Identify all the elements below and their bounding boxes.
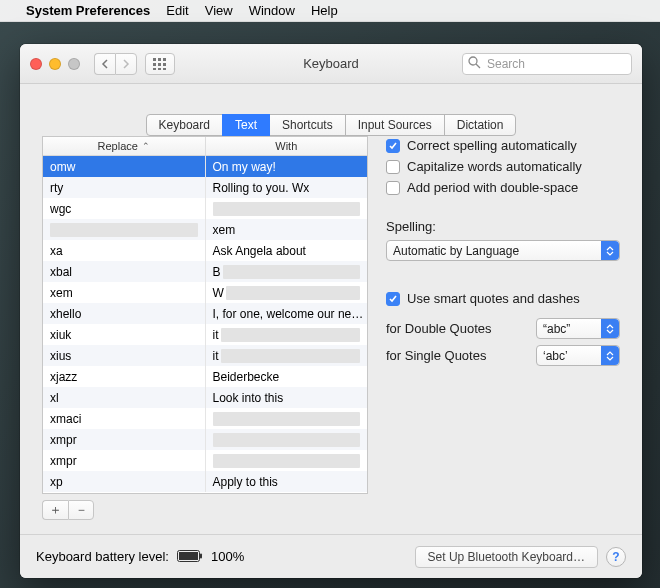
table-row[interactable]: xiukit <box>43 324 367 345</box>
cell-replace[interactable]: xmpr <box>43 450 206 471</box>
close-button[interactable] <box>30 58 42 70</box>
table-row[interactable]: xem <box>43 219 367 240</box>
menu-window[interactable]: Window <box>249 3 295 18</box>
titlebar: Keyboard <box>20 44 642 84</box>
label: Use smart quotes and dashes <box>407 291 580 306</box>
checkbox-correct-spelling[interactable]: Correct spelling automatically <box>386 138 620 153</box>
cell-with[interactable]: it <box>206 324 368 345</box>
table-row[interactable]: xbalB <box>43 261 367 282</box>
minimize-button[interactable] <box>49 58 61 70</box>
table-row[interactable]: xpApply to this <box>43 471 367 492</box>
tab-text[interactable]: Text <box>222 114 270 136</box>
table-row[interactable]: xiusit <box>43 345 367 366</box>
table-row[interactable]: xjazzBeiderbecke <box>43 366 367 387</box>
cell-replace[interactable]: xbal <box>43 261 206 282</box>
cell-with[interactable]: Rolling to you. Wx <box>206 177 368 198</box>
cell-replace[interactable]: xl <box>43 387 206 408</box>
remove-button[interactable]: － <box>68 500 94 520</box>
checkbox-add-period[interactable]: Add period with double-space <box>386 180 620 195</box>
cell-with[interactable] <box>206 198 368 219</box>
cell-replace[interactable]: rty <box>43 177 206 198</box>
cell-replace[interactable]: omw <box>43 156 206 177</box>
check-icon <box>386 139 400 153</box>
col-replace[interactable]: Replace⌃ <box>43 137 206 156</box>
cell-replace[interactable]: xiuk <box>43 324 206 345</box>
search-input[interactable] <box>462 53 632 75</box>
cell-replace[interactable]: wgc <box>43 198 206 219</box>
cell-with[interactable]: Look into this <box>206 387 368 408</box>
cell-with[interactable]: Ask Angela about <box>206 240 368 261</box>
cell-with[interactable] <box>206 408 368 429</box>
label: Capitalize words automatically <box>407 159 582 174</box>
menu-edit[interactable]: Edit <box>166 3 188 18</box>
tab-shortcuts[interactable]: Shortcuts <box>269 114 346 136</box>
cell-with[interactable]: Apply to this <box>206 471 368 492</box>
tab-keyboard[interactable]: Keyboard <box>146 114 223 136</box>
single-quotes-popup[interactable]: ‘abc’ <box>536 345 620 366</box>
add-button[interactable]: ＋ <box>42 500 68 520</box>
table-row[interactable]: xmpr <box>43 450 367 471</box>
cell-replace[interactable]: xmaci <box>43 408 206 429</box>
cell-with[interactable]: W <box>206 282 368 303</box>
cell-replace[interactable]: xhello <box>43 303 206 324</box>
table-row[interactable]: rtyRolling to you. Wx <box>43 177 367 198</box>
svg-rect-1 <box>158 58 161 61</box>
table-row[interactable]: omwOn my way! <box>43 156 367 177</box>
popup-arrows-icon <box>601 346 619 365</box>
cell-with[interactable]: xem <box>206 219 368 240</box>
bluetooth-keyboard-button[interactable]: Set Up Bluetooth Keyboard… <box>415 546 598 568</box>
table-row[interactable]: xmpr <box>43 429 367 450</box>
table-row[interactable]: xaAsk Angela about <box>43 240 367 261</box>
cell-replace[interactable]: xp <box>43 471 206 492</box>
cell-with[interactable]: Beiderbecke <box>206 366 368 387</box>
sort-indicator-icon: ⌃ <box>142 141 150 151</box>
cell-replace[interactable]: xjazz <box>43 366 206 387</box>
table-row[interactable]: xemW <box>43 282 367 303</box>
check-icon <box>386 181 400 195</box>
checkbox-capitalize[interactable]: Capitalize words automatically <box>386 159 620 174</box>
cell-with[interactable]: it <box>206 345 368 366</box>
cell-replace[interactable]: xa <box>43 240 206 261</box>
popup-value: Automatic by Language <box>393 244 519 258</box>
menubar: System Preferences Edit View Window Help <box>0 0 660 22</box>
cell-with[interactable] <box>206 450 368 471</box>
substitutions-table[interactable]: Replace⌃ With omwOn my way!rtyRolling to… <box>42 136 368 494</box>
window-controls <box>30 58 80 70</box>
cell-replace[interactable]: xius <box>43 345 206 366</box>
cell-with[interactable]: B <box>206 261 368 282</box>
spelling-popup[interactable]: Automatic by Language <box>386 240 620 261</box>
popup-arrows-icon <box>601 241 619 260</box>
cell-replace[interactable]: xmpr <box>43 429 206 450</box>
popup-arrows-icon <box>601 319 619 338</box>
check-icon <box>386 292 400 306</box>
table-row[interactable]: xmaci <box>43 408 367 429</box>
checkbox-smart-quotes[interactable]: Use smart quotes and dashes <box>386 291 620 306</box>
cell-with[interactable]: I, for one, welcome our ne… <box>206 303 368 324</box>
tab-dictation[interactable]: Dictation <box>444 114 517 136</box>
cell-replace[interactable] <box>43 219 206 240</box>
popup-value: ‘abc’ <box>543 349 568 363</box>
app-menu[interactable]: System Preferences <box>26 3 150 18</box>
svg-rect-0 <box>153 58 156 61</box>
tab-input-sources[interactable]: Input Sources <box>345 114 445 136</box>
menu-help[interactable]: Help <box>311 3 338 18</box>
menu-view[interactable]: View <box>205 3 233 18</box>
cell-with[interactable] <box>206 429 368 450</box>
double-quotes-label: for Double Quotes <box>386 321 528 336</box>
cell-with[interactable]: On my way! <box>206 156 368 177</box>
table-row[interactable]: wgc <box>43 198 367 219</box>
double-quotes-popup[interactable]: “abc” <box>536 318 620 339</box>
help-button[interactable]: ? <box>606 547 626 567</box>
zoom-button[interactable] <box>68 58 80 70</box>
forward-button[interactable] <box>115 53 137 75</box>
col-with[interactable]: With <box>206 137 368 156</box>
preferences-window: Keyboard Keyboard Text Shortcuts Input S… <box>20 44 642 578</box>
cell-replace[interactable]: xem <box>43 282 206 303</box>
table-row[interactable]: xhelloI, for one, welcome our ne… <box>43 303 367 324</box>
table-row[interactable]: xlLook into this <box>43 387 367 408</box>
svg-rect-2 <box>163 58 166 61</box>
back-button[interactable] <box>94 53 115 75</box>
single-quotes-label: for Single Quotes <box>386 348 528 363</box>
svg-rect-3 <box>153 63 156 66</box>
show-all-button[interactable] <box>145 53 175 75</box>
